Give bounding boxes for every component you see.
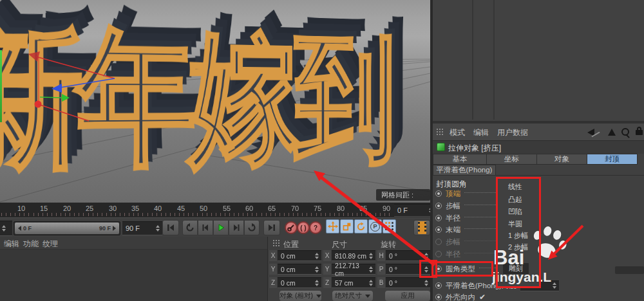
keyframe-radio-icon[interactable] <box>435 294 442 300</box>
key-parameter-toggle[interactable]: P <box>368 219 382 233</box>
menu-edit[interactable]: 编辑 <box>4 239 19 250</box>
cinema4d-window: 新年嫁到 网格间距 : 100 cm 10 15 20 25 30 35 40 … <box>0 0 644 301</box>
previous-frame-button[interactable] <box>198 220 213 235</box>
apply-button[interactable]: 应用 <box>385 291 430 301</box>
hierarchy-up-icon[interactable] <box>608 129 616 136</box>
size-y-field[interactable]: 212.713 cm <box>332 264 375 275</box>
keyframe-radio-icon[interactable] <box>435 282 442 289</box>
attr-row-fillet-type[interactable]: 圆角类型 <box>435 264 496 273</box>
spinner[interactable] <box>368 253 374 259</box>
viewport-3d[interactable]: 新年嫁到 网格间距 : 100 cm <box>0 0 430 203</box>
spinner[interactable] <box>424 253 429 259</box>
timeline-range-slider[interactable]: 0 F 90 F <box>14 221 120 235</box>
attr-row-start[interactable]: 顶端 <box>435 189 496 198</box>
key-pla-toggle[interactable] <box>383 219 396 233</box>
loop-forward-icon <box>247 223 257 233</box>
spinner[interactable] <box>424 266 429 273</box>
keyframe-radio-icon[interactable] <box>435 215 442 221</box>
tab-phong[interactable]: 平滑着色(Phong) <box>433 165 496 176</box>
spinner[interactable] <box>314 253 319 259</box>
key-rotation-toggle[interactable] <box>354 219 368 233</box>
play-backward-button[interactable] <box>182 220 198 235</box>
rot-b-field[interactable]: 0 ° <box>386 277 431 288</box>
frame-stepper[interactable] <box>0 221 12 236</box>
key-position-toggle[interactable] <box>326 219 339 233</box>
current-frame-field[interactable]: 0 F <box>394 204 435 217</box>
range-right-arrow-icon[interactable] <box>113 226 116 231</box>
size-y-label: Y <box>323 264 331 275</box>
object-manager-empty[interactable] <box>433 0 644 123</box>
key-scale-toggle[interactable] <box>340 219 354 233</box>
pos-y-field[interactable]: 0 cm <box>278 264 321 275</box>
panel-grip-icon[interactable] <box>273 240 274 241</box>
dropdown-item-concave[interactable]: 凹陷 <box>508 207 522 216</box>
timeline-window-button[interactable] <box>413 220 430 235</box>
play-button[interactable] <box>213 220 229 235</box>
tab-basic[interactable]: 基本 <box>433 154 487 165</box>
attr-row-hull-inward[interactable]: 外壳向内 ✔ <box>435 293 526 301</box>
spinner[interactable] <box>314 266 319 273</box>
prev-frame-icon <box>200 223 211 233</box>
goto-start-button[interactable] <box>162 220 179 235</box>
size-mode-dropdown[interactable]: 绝对尺寸 <box>332 291 373 301</box>
end-frame-field[interactable]: 90 F <box>122 221 162 235</box>
menu-texture[interactable]: 纹理 <box>43 239 58 250</box>
attr-row-steps[interactable]: 步幅 <box>435 201 496 210</box>
attr-row-end[interactable]: 末端 <box>435 225 496 234</box>
tab-caps[interactable]: 封顶 <box>587 154 638 165</box>
menu-edit[interactable]: 编辑 <box>473 127 489 138</box>
rot-h-field[interactable]: 0 ° <box>386 250 431 261</box>
keyframe-radio-icon[interactable] <box>435 203 442 209</box>
ruler-tick: 15 <box>40 205 48 212</box>
keyframe-radio-icon[interactable] <box>435 226 442 233</box>
spinner[interactable] <box>155 225 160 232</box>
rot-p-field[interactable]: 0 ° <box>386 264 431 275</box>
spinner[interactable] <box>314 280 319 286</box>
goto-end-button[interactable] <box>263 220 280 235</box>
search-icon[interactable] <box>621 128 629 136</box>
size-z-field[interactable]: 57 cm <box>332 277 375 288</box>
dropdown-item-1step[interactable]: 1 步幅 <box>508 231 528 240</box>
spinner[interactable] <box>552 282 557 289</box>
pos-x-field[interactable]: 0 cm <box>278 250 321 261</box>
dropdown-item-engraved-selected[interactable]: 雕刻 <box>503 263 529 274</box>
ruler-tick: 30 <box>109 205 117 212</box>
keyframe-selection-button[interactable]: ? <box>309 221 322 234</box>
pos-z-field[interactable]: 0 cm <box>278 277 321 288</box>
dropdown-item-halfcircle[interactable]: 半圆 <box>508 219 522 228</box>
y-axis-line <box>0 50 2 122</box>
dropdown-item-2step[interactable]: 2 步幅 <box>508 242 528 251</box>
ruler-tick: 80 <box>337 205 345 212</box>
panel-grip-icon[interactable] <box>437 129 438 130</box>
tab-object[interactable]: 对象 <box>537 154 587 165</box>
checkbox-checked-icon[interactable]: ✔ <box>479 293 486 301</box>
menu-function[interactable]: 功能 <box>23 239 39 250</box>
keyframe-radio-icon[interactable] <box>435 190 442 197</box>
ruler-tick: 60 <box>245 205 253 212</box>
dropdown-item-convex[interactable]: 凸起 <box>508 195 522 204</box>
autokey-button[interactable]: ( ) <box>297 221 310 234</box>
tab-coordinates[interactable]: 坐标 <box>487 154 537 165</box>
play-icon <box>216 223 226 233</box>
spinner[interactable] <box>424 280 429 286</box>
coord-mode-dropdown[interactable]: 对象 (相对) <box>279 291 321 301</box>
spinner[interactable] <box>368 266 374 273</box>
attr-row-radius[interactable]: 半径 <box>435 214 496 223</box>
object-axis-gizmo[interactable] <box>6 45 129 129</box>
attr-row-steps-disabled: 步幅 <box>435 237 496 246</box>
record-keyframe-button[interactable] <box>285 221 298 234</box>
size-x-field[interactable]: 810.89 cm <box>332 250 375 261</box>
spinner[interactable] <box>368 280 374 286</box>
attr-row-radius-disabled: 半径 <box>435 250 496 259</box>
play-forward-button[interactable] <box>244 220 260 235</box>
menu-user-data[interactable]: 用户数据 <box>497 127 528 138</box>
dropdown-item-linear[interactable]: 线性 <box>508 182 522 191</box>
keyframe-radio-icon[interactable] <box>435 266 442 272</box>
next-frame-button[interactable] <box>229 220 244 235</box>
lock-icon[interactable] <box>636 130 643 135</box>
material-list-area[interactable] <box>0 250 267 301</box>
menu-mode[interactable]: 模式 <box>450 127 465 138</box>
timeline-ruler[interactable]: 10 15 20 25 30 35 40 45 50 55 60 65 70 7… <box>0 203 433 219</box>
column-divider <box>472 0 473 120</box>
range-left-arrow-icon[interactable] <box>18 226 21 231</box>
